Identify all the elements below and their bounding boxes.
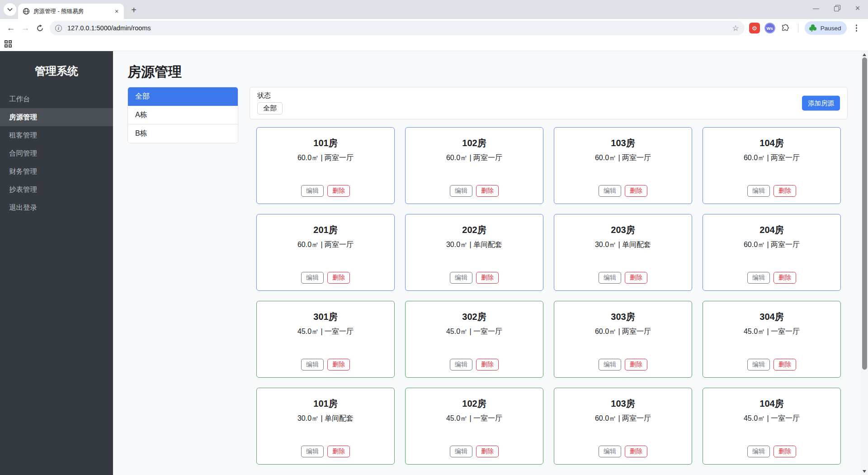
tab-search-button[interactable] <box>4 3 16 16</box>
room-card: 302房 45.0㎡ | 一室一厅 编辑删除 <box>405 301 543 378</box>
new-tab-button[interactable]: + <box>127 4 140 16</box>
delete-button[interactable]: 删除 <box>327 359 350 370</box>
building-item-all[interactable]: 全部 <box>128 87 238 106</box>
room-card: 102房 60.0㎡ | 两室一厅 编辑删除 <box>405 127 543 204</box>
room-card: 103房 60.0㎡ | 两室一厅 编辑删除 <box>554 388 692 465</box>
toolbar-divider <box>798 24 798 33</box>
delete-button[interactable]: 删除 <box>774 446 796 457</box>
minimize-button[interactable]: — <box>806 0 826 16</box>
delete-button[interactable]: 删除 <box>476 359 499 370</box>
browser-window: 房源管理 - 熊猫易房 × + — × ← → i 127.0.0.1:5000… <box>0 0 868 475</box>
building-item-b[interactable]: B栋 <box>128 124 238 143</box>
edit-button[interactable]: 编辑 <box>301 359 324 370</box>
edit-button[interactable]: 编辑 <box>450 185 472 197</box>
room-info: 45.0㎡ | 一室一厅 <box>257 327 394 337</box>
delete-button[interactable]: 删除 <box>774 359 796 370</box>
edit-button[interactable]: 编辑 <box>301 272 324 284</box>
room-name: 101房 <box>257 398 394 410</box>
room-name: 102房 <box>406 398 543 410</box>
sidebar-item-contracts[interactable]: 合同管理 <box>0 144 113 162</box>
room-info: 45.0㎡ | 一室一厅 <box>703 327 840 337</box>
room-name: 102房 <box>406 137 543 149</box>
room-info: 30.0㎡ | 单间配套 <box>257 414 394 423</box>
sidebar-item-tenants[interactable]: 租客管理 <box>0 126 113 144</box>
room-name: 104房 <box>703 398 840 410</box>
room-name: 101房 <box>257 137 394 149</box>
delete-button[interactable]: 删除 <box>476 185 499 197</box>
delete-button[interactable]: 删除 <box>327 185 350 197</box>
gear-extension-icon[interactable]: ⚙ <box>749 23 760 33</box>
delete-button[interactable]: 删除 <box>625 272 647 284</box>
edit-button[interactable]: 编辑 <box>450 359 472 370</box>
room-name: 302房 <box>406 311 543 323</box>
sidebar-item-workbench[interactable]: 工作台 <box>0 90 113 108</box>
room-info: 30.0㎡ | 单间配套 <box>554 240 692 250</box>
edit-button[interactable]: 编辑 <box>599 272 621 284</box>
edit-button[interactable]: 编辑 <box>301 185 324 197</box>
scrollbar-thumb[interactable] <box>862 57 867 370</box>
room-info: 45.0㎡ | 一室一厅 <box>406 327 543 337</box>
room-card: 203房 30.0㎡ | 单间配套 编辑删除 <box>554 214 692 291</box>
delete-button[interactable]: 删除 <box>327 272 350 284</box>
forward-button[interactable]: → <box>18 21 33 35</box>
scroll-down-icon[interactable] <box>861 468 868 475</box>
sidebar-item-rooms[interactable]: 房源管理 <box>0 108 113 126</box>
apps-grid-icon[interactable] <box>5 40 12 48</box>
sidebar-item-meter[interactable]: 抄表管理 <box>0 180 113 199</box>
delete-button[interactable]: 删除 <box>476 272 499 284</box>
reload-icon <box>36 24 44 32</box>
puzzle-icon <box>781 24 790 33</box>
delete-button[interactable]: 删除 <box>327 446 350 457</box>
room-info: 60.0㎡ | 两室一厅 <box>257 240 394 250</box>
delete-button[interactable]: 删除 <box>774 272 796 284</box>
bookmark-star-icon[interactable]: ☆ <box>732 24 739 33</box>
delete-button[interactable]: 删除 <box>774 185 796 197</box>
page-scrollbar[interactable] <box>861 51 868 475</box>
edit-button[interactable]: 编辑 <box>747 272 770 284</box>
building-item-a[interactable]: A栋 <box>128 106 238 124</box>
reload-button[interactable] <box>33 21 47 35</box>
delete-button[interactable]: 删除 <box>625 359 647 370</box>
edit-button[interactable]: 编辑 <box>450 272 472 284</box>
status-filter-panel: 状态 全部 添加房源 <box>250 87 848 119</box>
room-card: 104房 45.0㎡ | 一室一厅 编辑删除 <box>703 388 841 465</box>
puzzle-extensions-icon[interactable] <box>780 22 792 34</box>
edit-button[interactable]: 编辑 <box>599 185 621 197</box>
sidebar-item-logout[interactable]: 退出登录 <box>0 199 113 217</box>
chevron-down-icon <box>7 8 13 11</box>
browser-toolbar: ← → i 127.0.0.1:5000/admin/rooms ☆ ⚙ Ws <box>0 19 868 37</box>
info-icon[interactable]: i <box>55 25 62 32</box>
tab-close-icon[interactable]: × <box>113 8 120 15</box>
extension-icons: ⚙ Ws Paused <box>749 21 862 35</box>
delete-button[interactable]: 删除 <box>476 446 499 457</box>
edit-button[interactable]: 编辑 <box>301 446 324 457</box>
room-card: 204房 60.0㎡ | 两室一厅 编辑删除 <box>703 214 841 291</box>
room-info: 45.0㎡ | 一室一厅 <box>406 414 543 423</box>
edit-button[interactable]: 编辑 <box>599 359 621 370</box>
menu-kebab-icon[interactable] <box>851 24 862 32</box>
edit-button[interactable]: 编辑 <box>599 446 621 457</box>
room-name: 201房 <box>257 224 394 236</box>
add-room-button[interactable]: 添加房源 <box>802 96 840 111</box>
address-bar[interactable]: i 127.0.0.1:5000/admin/rooms ☆ <box>50 21 745 35</box>
edit-button[interactable]: 编辑 <box>450 446 472 457</box>
edit-button[interactable]: 编辑 <box>747 446 770 457</box>
browser-tab[interactable]: 房源管理 - 熊猫易房 × <box>18 4 124 19</box>
sidebar-item-finance[interactable]: 财务管理 <box>0 162 113 180</box>
edit-button[interactable]: 编辑 <box>747 359 770 370</box>
restore-button[interactable] <box>826 0 847 16</box>
delete-button[interactable]: 删除 <box>625 446 647 457</box>
delete-button[interactable]: 删除 <box>625 185 647 197</box>
status-filter-value[interactable]: 全部 <box>257 102 283 114</box>
back-button[interactable]: ← <box>4 21 18 35</box>
room-info: 60.0㎡ | 两室一厅 <box>554 414 692 423</box>
ws-extension-icon[interactable]: Ws <box>764 23 775 33</box>
room-name: 203房 <box>554 224 692 236</box>
tab-title: 房源管理 - 熊猫易房 <box>33 8 113 15</box>
edit-button[interactable]: 编辑 <box>747 185 770 197</box>
paused-badge[interactable]: Paused <box>805 21 847 35</box>
paused-label: Paused <box>821 25 841 32</box>
close-button[interactable]: × <box>847 0 868 16</box>
room-info: 60.0㎡ | 两室一厅 <box>257 153 394 163</box>
sidebar: 管理系统 工作台 房源管理 租客管理 合同管理 财务管理 抄表管理 退出登录 <box>0 51 113 475</box>
